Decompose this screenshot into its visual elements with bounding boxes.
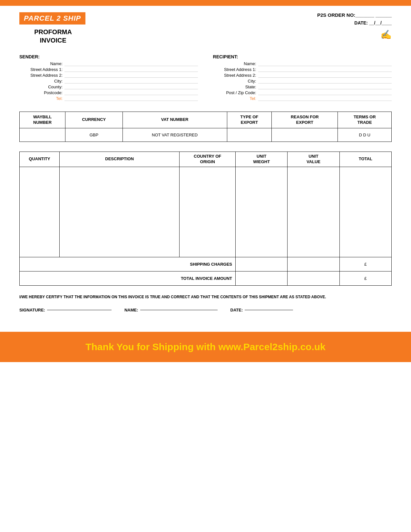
sender-county-value[interactable] (64, 84, 198, 89)
terms-value[interactable]: D D U (338, 128, 392, 142)
date-item: DATE: (230, 308, 293, 312)
logo-title-block: PARCEL 2 SHIP PROFORMA INVOICE (19, 12, 87, 44)
col-reason-export: REASON FOREXPORT (272, 112, 338, 128)
col-unit-value: UNITVALUE (288, 152, 339, 167)
shipping-currency-symbol: £ (364, 262, 367, 267)
sender-name-value[interactable] (64, 61, 198, 66)
sender-street1-value[interactable] (64, 67, 198, 72)
recipient-street2-row: Street Address 2: (213, 73, 392, 78)
sender-city-row: City: (19, 79, 198, 84)
info-table-header-row: WAYBILLNUMBER CURRENCY VAT NUMBER TYPE O… (20, 112, 392, 128)
sender-county-label: County: (19, 84, 64, 89)
recipient-street1-row: Street Address 1: (213, 67, 392, 72)
addresses-section: SENDER: Name: Street Address 1: Street A… (0, 48, 411, 105)
recipient-name-row: Name: (213, 61, 392, 66)
date-dots[interactable] (245, 310, 293, 310)
shipping-weight-blank (236, 257, 288, 271)
sender-block: SENDER: Name: Street Address 1: Street A… (19, 54, 198, 102)
footer-text: Thank You for Shipping with www.Parcel2s… (85, 341, 326, 352)
item-description[interactable] (60, 167, 180, 257)
info-table-data-row: GBP NOT VAT REGISTERED D D U (20, 128, 392, 142)
company-logo: PARCEL 2 SHIP (19, 12, 87, 25)
recipient-name-label: Name: (213, 61, 258, 66)
col-waybill: WAYBILLNUMBER (20, 112, 65, 128)
shipping-charges-label: SHIPPING CHARGES (20, 257, 236, 271)
reason-export-value[interactable] (272, 128, 338, 142)
total-weight-blank (236, 271, 288, 285)
recipient-tel-value[interactable] (258, 96, 392, 101)
col-unit-weight: UNITWIEGHT (236, 152, 288, 167)
recipient-street2-value[interactable] (258, 73, 392, 78)
recipient-city-label: City: (213, 79, 258, 84)
info-table: WAYBILLNUMBER CURRENCY VAT NUMBER TYPE O… (19, 112, 392, 142)
sender-city-value[interactable] (64, 79, 198, 84)
sender-street2-row: Street Address 2: (19, 73, 198, 78)
recipient-label: RECIPIENT: (213, 54, 392, 59)
name-dots[interactable] (140, 310, 218, 310)
sender-postcode-row: Postcode: (19, 90, 198, 95)
shipping-value-blank (288, 257, 339, 271)
items-header-row: QUANTITY DESCRIPTION COUNTRY OFORIGIN UN… (20, 152, 392, 167)
recipient-zip-label: Post / Zip Code: (213, 90, 258, 95)
order-info-block: P2S ORDER NO:_______ ______ DATE: __/__/… (317, 12, 392, 40)
col-country-origin: COUNTRY OFORIGIN (180, 152, 236, 167)
info-table-container: WAYBILLNUMBER CURRENCY VAT NUMBER TYPE O… (0, 105, 411, 145)
order-number: P2S ORDER NO:_______ ______ (317, 12, 392, 18)
col-total: TOTAL (339, 152, 391, 167)
item-country[interactable] (180, 167, 236, 257)
name-item: NAME: (124, 308, 218, 312)
recipient-zip-value[interactable] (258, 90, 392, 95)
item-quantity[interactable] (20, 167, 60, 257)
recipient-state-row: State: (213, 84, 392, 89)
sender-postcode-value[interactable] (64, 90, 198, 95)
recipient-city-row: City: (213, 79, 392, 84)
waybill-value[interactable] (20, 128, 65, 142)
item-total[interactable] (339, 167, 391, 257)
logo-text: PARCEL 2 SHIP (24, 14, 81, 22)
sender-street1-label: Street Address 1: (19, 67, 64, 72)
certification-section: I/WE HEREBY CERTIFY THAT THE INFORMATION… (0, 289, 411, 303)
recipient-street2-label: Street Address 2: (213, 73, 258, 78)
recipient-zip-row: Post / Zip Code: (213, 90, 392, 95)
sender-name-row: Name: (19, 61, 198, 66)
recipient-city-value[interactable] (258, 79, 392, 84)
invoice-title-line2: INVOICE (34, 36, 72, 44)
shipping-charges-value[interactable]: £ (339, 257, 391, 271)
recipient-tel-label: Tel: (213, 96, 258, 101)
sender-city-label: City: (19, 79, 64, 84)
sender-label: SENDER: (19, 54, 198, 59)
certification-text: I/WE HEREBY CERTIFY THAT THE INFORMATION… (19, 294, 392, 300)
signature-label: SIGNATURE: (19, 308, 45, 312)
sender-tel-value[interactable] (64, 96, 198, 101)
recipient-state-label: State: (213, 84, 258, 89)
signature-dots[interactable] (47, 310, 112, 310)
vat-value[interactable]: NOT VAT REGISTERED (122, 128, 227, 142)
footer-banner: Thank You for Shipping with www.Parcel2s… (0, 332, 411, 362)
recipient-name-value[interactable] (258, 61, 392, 66)
item-unit-weight[interactable] (236, 167, 288, 257)
col-quantity: QUANTITY (20, 152, 60, 167)
invoice-title: PROFORMA INVOICE (34, 28, 72, 44)
item-unit-value[interactable] (288, 167, 339, 257)
sender-street2-label: Street Address 2: (19, 73, 64, 78)
top-bar (0, 0, 411, 6)
col-description: DESCRIPTION (60, 152, 180, 167)
recipient-street1-value[interactable] (258, 67, 392, 72)
recipient-tel-row: Tel: (213, 96, 392, 101)
name-label: NAME: (124, 308, 138, 312)
total-invoice-value[interactable]: £ (339, 271, 391, 285)
col-terms: TERMS ORTRADE (338, 112, 392, 128)
sender-street1-row: Street Address 1: (19, 67, 198, 72)
recipient-state-value[interactable] (258, 84, 392, 89)
currency-value[interactable]: GBP (65, 128, 122, 142)
header: PARCEL 2 SHIP PROFORMA INVOICE P2S ORDER… (0, 6, 411, 48)
type-export-value[interactable] (227, 128, 272, 142)
date-label-sig: DATE: (230, 308, 243, 312)
sender-street2-value[interactable] (64, 73, 198, 78)
sender-postcode-label: Postcode: (19, 90, 64, 95)
total-invoice-label: TOTAL INVOICE AMOUNT (20, 271, 236, 285)
sender-tel-row: Tel: (19, 96, 198, 101)
col-type-export: TYPE OFEXPORT (227, 112, 272, 128)
recipient-block: RECIPIENT: Name: Street Address 1: Stree… (213, 54, 392, 102)
chevron-down-icon (196, 319, 215, 329)
